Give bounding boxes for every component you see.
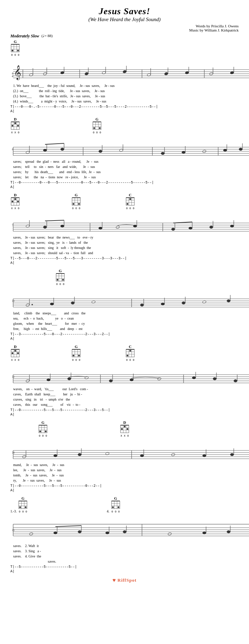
lyric-line-2-1: saves; spread the glad - ness all a - ro… [13, 159, 239, 164]
chord-grid-D-6 [120, 424, 130, 433]
svg-point-240 [39, 431, 41, 432]
svg-point-176 [182, 302, 185, 304]
lyric-line-5-2: caves, Earth shall keep___ her ju - bi - [13, 392, 239, 397]
svg-point-97 [15, 198, 16, 200]
chord-D-2: D x x o [10, 117, 20, 134]
chord-grid-G-1 [10, 44, 20, 53]
lyric-line-4-3: gloom, when the heart___ for mer - cy [13, 321, 239, 326]
lyrics-4: land, climb the steeps___ and cross the … [13, 311, 239, 331]
lyrics-2: saves; spread the glad - ness all a - ro… [13, 159, 239, 180]
lyric-line-2-3: saves; by his death___ and end - less li… [13, 169, 239, 175]
chord-G-7b: G o o o [111, 496, 121, 513]
svg-point-264 [78, 454, 81, 456]
svg-point-167 [50, 303, 54, 305]
lyric-line-2-2: saves; tell to sin - ners far and wide, … [13, 164, 239, 169]
svg-point-172 [140, 304, 144, 306]
svg-point-248 [124, 426, 126, 428]
tempo-bpm: (♩= 88) [41, 34, 53, 38]
svg-point-241 [45, 431, 47, 432]
svg-point-270 [203, 455, 206, 457]
staff-svg-7: 16 [10, 514, 239, 542]
chord-D-3: D x x o [10, 193, 20, 210]
lyrics-3: saves, Je - sus saves; bear the news___ … [13, 235, 239, 256]
brand-name: RiffSpot [117, 578, 136, 583]
svg-point-174 [161, 303, 164, 305]
svg-point-115 [127, 203, 128, 205]
svg-point-75 [61, 148, 64, 151]
staff-svg-6: 14 [10, 438, 239, 460]
svg-point-267 [140, 455, 144, 457]
svg-point-179 [227, 300, 230, 302]
svg-point-143 [210, 226, 213, 229]
chord-grid-D-3 [10, 197, 20, 206]
svg-point-140 [189, 227, 192, 230]
svg-point-312 [123, 531, 126, 533]
tab-6: T|--0-----------5---5---5-----------0---… [10, 484, 239, 493]
system-7: 1.-3. G o o o 4. G [10, 496, 239, 574]
svg-point-84 [182, 151, 185, 154]
svg-point-35 [164, 72, 168, 75]
svg-point-189 [17, 352, 19, 354]
lyric-line-2-4: saves; let the na - tions now re - joice… [13, 175, 239, 180]
system-6: G o o o D [10, 420, 239, 493]
svg-point-6 [12, 50, 14, 52]
chord-C-3: C o o o [125, 193, 135, 210]
lyric-line-6-2: lee, Je - sus saves, Je - sus [13, 467, 239, 473]
chord-G-4: G o o o [55, 269, 65, 286]
svg-text:4: 4 [12, 74, 14, 78]
chord-grid-C-3 [125, 197, 135, 206]
lyric-line-7-3: saves. 4. Give the [13, 554, 239, 559]
main-title: Jesus Saves! [10, 6, 239, 17]
lyric-line-3-3: saves, Je - sus saves; sing it soft - ly… [13, 245, 239, 250]
footer: ♥ RiffSpot [10, 577, 239, 583]
svg-point-114 [130, 198, 131, 200]
svg-point-289 [117, 507, 119, 508]
lyric-line-6-1: mand, Je - sus saves, Je - sus [13, 462, 239, 467]
system-4: G o o o 10 [10, 269, 239, 341]
lyric-line-6-4: ry, Je - sus saves, Je - sus [13, 478, 239, 483]
svg-line-142 [173, 222, 192, 223]
volta-label-4: 4. [107, 509, 109, 513]
svg-point-272 [230, 454, 234, 456]
svg-point-188 [12, 352, 14, 354]
svg-point-58 [94, 127, 95, 129]
volta-label-1-3: 1.-3. [10, 509, 17, 513]
system-5: D x x o G [10, 345, 239, 417]
svg-point-232 [234, 380, 237, 382]
svg-point-223 [109, 380, 113, 382]
tab-2: T|--0---------0---0---5-----------0---5-… [10, 180, 239, 189]
svg-point-317 [227, 531, 230, 533]
svg-point-230 [213, 378, 216, 380]
lyric-line-4-1: land, climb the steeps___ and cross the [13, 311, 239, 316]
tab-5: T|--0-----------5---5---5-----------2---… [10, 408, 239, 417]
chord-grid-G-6 [38, 424, 48, 433]
svg-point-128 [43, 226, 47, 229]
tab-7: T|--5-----------5-----------5--| A| [10, 565, 239, 574]
svg-point-99 [17, 201, 19, 203]
lyric-line-3-2: saves, Je - sus saves; sing, ye is - lan… [13, 240, 239, 245]
staff-svg-1: 4 4 𝄞 [10, 57, 239, 81]
svg-point-187 [15, 350, 16, 352]
svg-line-309 [55, 526, 81, 527]
chord-grid-D-5 [10, 349, 20, 358]
svg-point-78 [99, 150, 102, 153]
lyrics-5: waves, on - ward, 'tis___ our Lord's com… [13, 386, 239, 407]
staff-svg-4: 10 [10, 286, 239, 309]
svg-point-153 [57, 279, 59, 281]
svg-point-50 [12, 125, 14, 127]
svg-line-132 [45, 220, 64, 221]
chord-G-1: G o o o [10, 39, 20, 56]
tempo-section: Moderately Slow (♩= 88) [10, 34, 239, 39]
svg-point-82 [161, 152, 164, 155]
svg-point-197 [78, 355, 80, 357]
music-credit: Music by William J. Kirkpatrick [189, 28, 239, 32]
chord-grid-G-7a [18, 500, 28, 509]
svg-point-169 [71, 302, 74, 304]
svg-point-154 [62, 279, 64, 281]
svg-point-87 [223, 149, 227, 152]
svg-point-145 [230, 225, 234, 227]
chord-grid-G-3 [71, 197, 81, 206]
chord-G-7a: G o o o [18, 496, 28, 513]
svg-point-249 [121, 428, 123, 430]
heart-icon: ♥ [113, 577, 116, 583]
